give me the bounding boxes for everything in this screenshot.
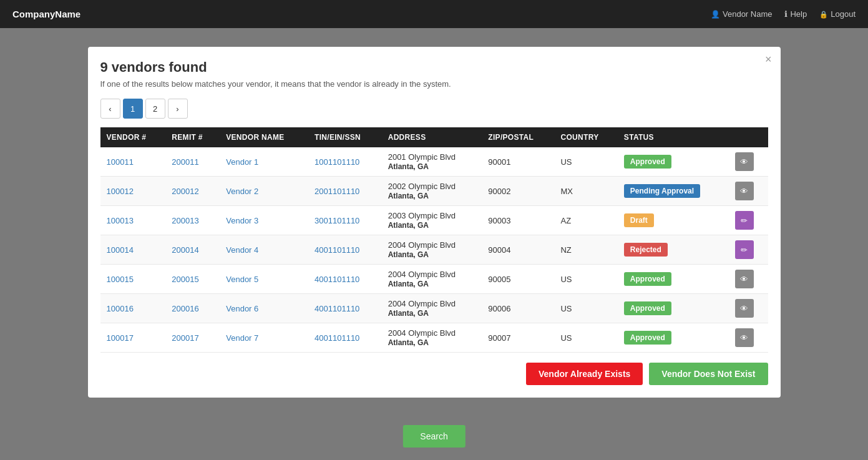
lock-icon [819, 9, 828, 19]
remit-num-link[interactable]: 200011 [172, 157, 198, 167]
col-country: COUNTRY [554, 127, 617, 147]
cell-action [729, 265, 768, 294]
vendor-num-link[interactable]: 100015 [107, 275, 134, 284]
cell-vendor-name: Vendor 5 [220, 265, 308, 294]
modal-subtitle: If one of the results below matches your… [100, 79, 768, 89]
tin-link[interactable]: 4001101110 [315, 245, 359, 255]
table-row: 100014 200014 Vendor 4 4001101110 2004 O… [100, 235, 768, 265]
cell-tin: 4001101110 [308, 235, 382, 265]
cell-country: US [554, 265, 617, 294]
cell-country: NZ [554, 235, 617, 265]
vendor-already-exists-button[interactable]: Vendor Already Exists [526, 363, 643, 385]
pagination-next[interactable]: › [168, 99, 188, 119]
cell-status: Rejected [618, 235, 729, 265]
search-area: Search [402, 425, 465, 448]
cell-country: US [554, 294, 617, 323]
cell-action [729, 323, 768, 353]
action-view-button[interactable] [735, 270, 754, 288]
col-vendor-num: VENDOR # [100, 127, 166, 147]
col-zip: ZIP/POSTAL [482, 127, 554, 147]
modal-footer: Vendor Already Exists Vendor Does Not Ex… [100, 363, 768, 385]
cell-vendor-num: 100013 [100, 206, 166, 235]
vendor-name-link[interactable]: Vendor Name [711, 9, 773, 19]
remit-num-link[interactable]: 200012 [172, 187, 198, 196]
remit-num-link[interactable]: 200013 [172, 216, 198, 225]
tin-link[interactable]: 4001101110 [315, 304, 359, 313]
cell-status: Pending Approval [618, 177, 729, 206]
pagination-prev[interactable]: ‹ [100, 99, 120, 119]
remit-num-link[interactable]: 200014 [172, 245, 198, 255]
vendor-num-link[interactable]: 100012 [107, 187, 134, 196]
action-view-button[interactable] [735, 299, 754, 318]
cell-tin: 3001101110 [308, 206, 382, 235]
status-badge: Draft [624, 213, 654, 227]
cell-vendor-num: 100011 [100, 147, 166, 177]
cell-zip: 90002 [482, 177, 554, 206]
eye-icon [740, 333, 748, 343]
vendor-num-link[interactable]: 100017 [107, 333, 134, 343]
vendor-name-link[interactable]: Vendor 7 [226, 333, 258, 343]
remit-num-link[interactable]: 200016 [172, 304, 198, 313]
cell-zip: 90006 [482, 294, 554, 323]
cell-tin: 4001101110 [308, 265, 382, 294]
action-edit-button[interactable] [735, 240, 754, 259]
vendor-num-link[interactable]: 100013 [107, 216, 134, 225]
cell-action [729, 206, 768, 235]
col-action [729, 127, 768, 147]
cell-address: 2004 Olympic BlvdAtlanta, GA [382, 294, 482, 323]
cell-action [729, 147, 768, 177]
action-view-button[interactable] [735, 152, 754, 171]
pencil-icon [741, 245, 748, 255]
cell-vendor-num: 100017 [100, 323, 166, 353]
search-button[interactable]: Search [402, 425, 465, 448]
vendor-name-link[interactable]: Vendor 3 [226, 216, 258, 225]
cell-tin: 1001101110 [308, 147, 382, 177]
action-view-button[interactable] [735, 328, 754, 347]
logout-link[interactable]: Logout [819, 9, 856, 19]
cell-address: 2004 Olympic BlvdAtlanta, GA [382, 265, 482, 294]
tin-link[interactable]: 3001101110 [315, 216, 359, 225]
tin-link[interactable]: 4001101110 [315, 333, 359, 343]
status-badge: Approved [624, 155, 671, 169]
vendor-name-link[interactable]: Vendor 6 [226, 304, 258, 313]
cell-remit-num: 200012 [165, 177, 220, 206]
cell-action [729, 294, 768, 323]
pagination: ‹ 1 2 › [100, 99, 768, 119]
vendor-num-link[interactable]: 100011 [107, 157, 134, 167]
cell-remit-num: 200017 [165, 323, 220, 353]
action-edit-button[interactable] [735, 211, 754, 230]
cell-country: US [554, 323, 617, 353]
table-row: 100017 200017 Vendor 7 4001101110 2004 O… [100, 323, 768, 353]
tin-link[interactable]: 4001101110 [315, 275, 359, 284]
tin-link[interactable]: 2001101110 [315, 187, 359, 196]
cell-country: US [554, 147, 617, 177]
tin-link[interactable]: 1001101110 [315, 157, 359, 167]
vendor-name-link[interactable]: Vendor 2 [226, 187, 258, 196]
cell-tin: 2001101110 [308, 177, 382, 206]
cell-status: Approved [618, 265, 729, 294]
vendor-num-link[interactable]: 100014 [107, 245, 134, 255]
vendor-name-link[interactable]: Vendor 5 [226, 275, 258, 284]
cell-vendor-name: Vendor 3 [220, 206, 308, 235]
pagination-page-2[interactable]: 2 [145, 99, 165, 119]
action-view-button[interactable] [735, 182, 754, 200]
eye-icon [740, 157, 748, 167]
vendor-name-link[interactable]: Vendor 4 [226, 245, 258, 255]
modal-close-button[interactable]: × [765, 53, 772, 66]
cell-zip: 90003 [482, 206, 554, 235]
vendor-name-link[interactable]: Vendor 1 [226, 157, 258, 167]
vendor-does-not-exist-button[interactable]: Vendor Does Not Exist [649, 363, 768, 385]
help-link[interactable]: Help [784, 9, 807, 19]
remit-num-link[interactable]: 200015 [172, 275, 198, 284]
vendor-num-link[interactable]: 100016 [107, 304, 134, 313]
remit-num-link[interactable]: 200017 [172, 333, 198, 343]
cell-address: 2002 Olympic BlvdAtlanta, GA [382, 177, 482, 206]
pagination-page-1[interactable]: 1 [123, 99, 143, 119]
cell-tin: 4001101110 [308, 294, 382, 323]
cell-address: 2001 Olympic BlvdAtlanta, GA [382, 147, 482, 177]
cell-remit-num: 200014 [165, 235, 220, 265]
cell-remit-num: 200015 [165, 265, 220, 294]
table-header: VENDOR # REMIT # VENDOR NAME TIN/EIN/SSN… [100, 127, 768, 147]
cell-vendor-num: 100012 [100, 177, 166, 206]
modal-title: 9 vendors found [100, 59, 768, 76]
